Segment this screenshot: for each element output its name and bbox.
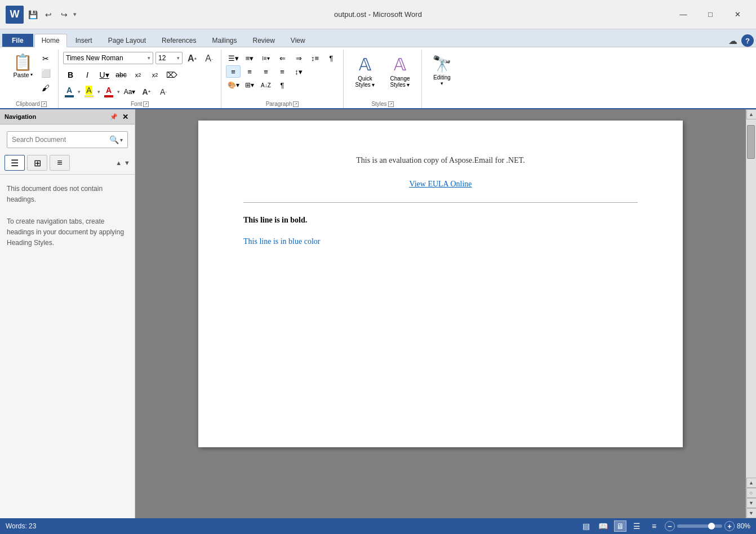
paste-button[interactable]: 📋 Paste ▾ <box>9 52 37 81</box>
nav-pane-close-button[interactable]: ✕ <box>120 112 130 122</box>
highlight-dropdown[interactable]: ▾ <box>97 89 100 95</box>
increase-indent-button[interactable]: ⇒ <box>291 52 306 64</box>
nav-arrow-up[interactable]: ▲ <box>115 159 122 166</box>
view-full-screen-button[interactable]: 📖 <box>597 520 610 532</box>
highlight-color-button[interactable]: A <box>83 84 95 99</box>
decrease-indent-button[interactable]: ⇐ <box>275 52 290 64</box>
tab-view[interactable]: View <box>283 34 313 47</box>
nav-arrow-down[interactable]: ▼ <box>124 159 130 166</box>
nav-pane-title: Navigation 📌 ✕ <box>0 109 135 124</box>
tab-review[interactable]: Review <box>245 34 282 47</box>
styles-expand-icon[interactable]: ↗ <box>388 101 394 107</box>
minimize-button[interactable]: — <box>670 6 696 23</box>
tab-insert[interactable]: Insert <box>68 34 100 47</box>
nav-tab-pages[interactable]: ⊞ <box>27 155 47 171</box>
tab-home[interactable]: Home <box>34 34 67 47</box>
numbering-button[interactable]: ≡▾ <box>242 52 257 64</box>
italic-button[interactable]: I <box>80 68 95 82</box>
clipboard-expand-icon[interactable]: ↗ <box>41 101 47 107</box>
doc-scroll-area: This is an evaluation copy of Aspose.Ema… <box>135 109 746 518</box>
editing-button[interactable]: 🔭 Editing ▾ <box>426 52 457 89</box>
font-name-dropdown[interactable]: Times New Roman ▾ <box>63 52 153 64</box>
view-web-layout-button[interactable]: 🖥 <box>614 520 626 532</box>
eula-link[interactable]: View EULA Online <box>243 178 638 190</box>
nav-tab-results[interactable]: ≡ <box>50 155 70 171</box>
scroll-prev-page-button[interactable]: ▲ <box>746 478 757 488</box>
nav-pane-pin-icon[interactable]: 📌 <box>110 113 118 121</box>
text-color-button[interactable]: A <box>103 84 115 99</box>
format-painter-button[interactable]: 🖌 <box>38 81 54 95</box>
save-button[interactable]: 💾 <box>26 8 39 21</box>
tab-page-layout[interactable]: Page Layout <box>101 34 153 47</box>
line-spacing-button[interactable]: ↕▾ <box>291 65 306 78</box>
show-formatting-button[interactable]: ¶ <box>324 52 339 64</box>
document-page[interactable]: This is an evaluation copy of Aspose.Ema… <box>198 121 683 447</box>
redo-button[interactable]: ↪ <box>57 8 71 21</box>
scrollbar-track[interactable] <box>746 119 756 478</box>
shrink-font-button[interactable]: A- <box>202 52 216 65</box>
font-size-dropdown[interactable]: 12 ▾ <box>155 52 183 64</box>
pilcrow-button[interactable]: ¶ <box>275 79 290 91</box>
scroll-down-button[interactable]: ▼ <box>746 508 757 518</box>
word-count: Words: 23 <box>6 522 36 530</box>
superscript-button[interactable]: x2 <box>148 68 162 82</box>
blue-line: This line is in blue color <box>243 235 638 248</box>
sort-button[interactable]: ↕≡ <box>308 52 322 64</box>
undo-button[interactable]: ↩ <box>42 8 55 21</box>
paste-icon: 📋 <box>13 55 33 70</box>
view-outline-button[interactable]: ☰ <box>631 520 643 532</box>
align-left-button[interactable]: ≡ <box>226 65 241 78</box>
zoom-slider[interactable] <box>677 524 722 528</box>
view-print-layout-button[interactable]: ▤ <box>580 520 593 532</box>
scroll-next-page-button[interactable]: ▼ <box>746 498 757 508</box>
font-expand-icon[interactable]: ↗ <box>143 101 149 107</box>
zoom-slider-thumb[interactable] <box>708 523 715 529</box>
bold-button[interactable]: B <box>63 68 78 82</box>
bold-line: This line is in bold. <box>243 214 638 226</box>
copy-button[interactable]: ⬜ <box>38 66 54 80</box>
underline-button[interactable]: U▾ <box>97 68 112 82</box>
clear-format-button[interactable]: ⌦ <box>164 68 179 82</box>
search-dropdown-icon[interactable]: ▾ <box>120 137 123 143</box>
borders-button[interactable]: ⊞▾ <box>242 79 257 91</box>
grow-font-button[interactable]: A+ <box>185 52 199 65</box>
scroll-up-button[interactable]: ▲ <box>746 109 757 119</box>
tab-references[interactable]: References <box>154 34 203 47</box>
nav-tab-headings[interactable]: ☰ <box>5 155 25 171</box>
shrink-text-button[interactable]: A- <box>156 85 171 99</box>
grow-text-button[interactable]: A+ <box>139 85 154 99</box>
help-button[interactable]: ? <box>741 34 754 47</box>
paragraph-expand-icon[interactable]: ↗ <box>293 101 299 107</box>
align-center-button[interactable]: ≡ <box>242 65 257 78</box>
strikethrough-button[interactable]: abc <box>114 68 128 82</box>
multilevel-list-button[interactable]: ⁞≡▾ <box>259 52 273 64</box>
subscript-button[interactable]: x2 <box>131 68 145 82</box>
bullets-button[interactable]: ☰▾ <box>226 52 241 64</box>
window-title: output.ost - Microsoft Word <box>334 10 422 19</box>
cut-button[interactable]: ✂ <box>38 52 54 65</box>
zoom-out-button[interactable]: − <box>665 521 675 531</box>
nav-search-input[interactable] <box>12 136 109 144</box>
nav-search-box[interactable]: 🔍 ▾ <box>7 131 128 148</box>
quick-styles-button[interactable]: 𝔸 QuickStyles ▾ <box>348 52 382 91</box>
navigation-pane: Navigation 📌 ✕ 🔍 ▾ ☰ ⊞ ≡ ▲ ▼ This docu <box>0 109 135 518</box>
tab-mailings[interactable]: Mailings <box>204 34 244 47</box>
shading-button[interactable]: 🎨▾ <box>226 79 241 91</box>
align-right-button[interactable]: ≡ <box>259 65 273 78</box>
text-color-dropdown[interactable]: ▾ <box>117 89 120 95</box>
change-case-button[interactable]: Aa▾ <box>122 85 137 99</box>
nav-arrows: ▲ ▼ <box>115 155 130 171</box>
font-color-dropdown[interactable]: ▾ <box>78 89 81 95</box>
tab-file[interactable]: File <box>2 34 33 47</box>
maximize-button[interactable]: □ <box>697 6 723 23</box>
justify-button[interactable]: ≡ <box>275 65 290 78</box>
close-button[interactable]: ✕ <box>724 6 750 23</box>
sort-az-button[interactable]: A↓Z <box>259 79 273 91</box>
change-styles-button[interactable]: 𝔸 ChangeStyles ▾ <box>383 52 417 91</box>
search-icon[interactable]: 🔍 <box>109 135 119 144</box>
scrollbar-thumb[interactable] <box>747 125 755 159</box>
zoom-in-button[interactable]: + <box>724 521 735 531</box>
scroll-select-page-button[interactable]: ○ <box>746 488 757 498</box>
font-color-button[interactable]: A <box>63 84 75 99</box>
view-draft-button[interactable]: ≡ <box>648 520 660 532</box>
